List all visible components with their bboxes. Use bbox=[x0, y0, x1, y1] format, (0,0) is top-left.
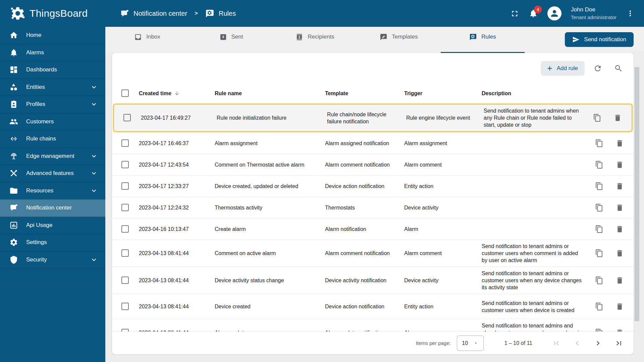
trash-icon bbox=[615, 249, 624, 257]
row-checkbox[interactable] bbox=[121, 329, 129, 332]
delete-rule-button[interactable] bbox=[615, 249, 624, 257]
cell-description bbox=[482, 205, 588, 210]
sidebar-item-edge-management[interactable]: Edge management bbox=[0, 148, 105, 165]
table-row[interactable]: 2023-04-16 10:13:47 Create alarm Alarm n… bbox=[112, 219, 634, 240]
cell-rule-name: Device activity status change bbox=[215, 278, 325, 284]
table-row[interactable]: 2023-04-13 08:41:44 Device created Devic… bbox=[112, 294, 634, 319]
cell-template: Device activity notification bbox=[325, 277, 404, 284]
copy-icon bbox=[595, 203, 603, 212]
sidebar-item-alarms[interactable]: Alarms bbox=[0, 44, 105, 62]
tab-label: Sent bbox=[231, 34, 243, 40]
copy-rule-button[interactable] bbox=[595, 328, 603, 331]
sidebar-item-profiles[interactable]: Profiles bbox=[0, 96, 105, 113]
sidebar-item-settings[interactable]: Settings bbox=[0, 234, 105, 251]
sidebar-item-label: Settings bbox=[26, 239, 47, 246]
delete-rule-button[interactable] bbox=[615, 328, 624, 331]
first-page-button[interactable] bbox=[552, 339, 561, 348]
notifications-button[interactable]: 4 bbox=[529, 9, 538, 18]
sidebar-item-advanced-features[interactable]: Advanced features bbox=[0, 165, 105, 182]
chevron-left-icon bbox=[573, 339, 582, 348]
copy-rule-button[interactable] bbox=[593, 114, 601, 122]
table-row[interactable]: 2023-04-13 08:41:44 Comment on active al… bbox=[112, 240, 634, 267]
tab-inbox[interactable]: Inbox bbox=[105, 27, 189, 47]
copy-rule-button[interactable] bbox=[595, 249, 603, 257]
delete-rule-button[interactable] bbox=[615, 276, 624, 285]
tab-label: Recipients bbox=[308, 34, 334, 40]
vertical-scrollbar[interactable] bbox=[635, 67, 639, 321]
page-size-select[interactable]: 10 bbox=[457, 336, 484, 351]
sidebar-item-entities[interactable]: Entities bbox=[0, 79, 105, 96]
sidebar-item-api-usage[interactable]: Api Usage bbox=[0, 217, 105, 234]
tab-templates[interactable]: Templates bbox=[357, 27, 441, 47]
row-checkbox[interactable] bbox=[121, 204, 129, 211]
previous-page-button[interactable] bbox=[573, 339, 582, 348]
table-row[interactable]: 2023-04-17 12:33:27 Device created, upda… bbox=[112, 176, 634, 197]
row-checkbox[interactable] bbox=[121, 277, 129, 284]
row-checkbox[interactable] bbox=[123, 114, 131, 121]
send-notification-button[interactable]: Send notification bbox=[565, 32, 634, 47]
search-button[interactable] bbox=[611, 61, 626, 76]
row-checkbox[interactable] bbox=[121, 303, 129, 310]
table-row[interactable]: 2023-04-17 16:46:37 Alarm assignment Ala… bbox=[112, 133, 634, 154]
inbox-icon bbox=[134, 33, 142, 41]
row-checkbox[interactable] bbox=[121, 161, 129, 168]
sidebar-item-label: Profiles bbox=[26, 101, 45, 108]
copy-rule-button[interactable] bbox=[595, 161, 603, 169]
table-row[interactable]: 2023-04-13 08:41:44 Alarm update Alarm u… bbox=[112, 319, 634, 331]
row-checkbox[interactable] bbox=[121, 182, 129, 190]
table-row[interactable]: 2023-04-17 12:24:32 Thermostats activity… bbox=[112, 197, 634, 219]
sidebar-item-resources[interactable]: Resources bbox=[0, 182, 105, 200]
fullscreen-button[interactable] bbox=[510, 9, 519, 18]
row-checkbox[interactable] bbox=[121, 139, 129, 147]
cell-trigger: Alarm comment bbox=[404, 250, 482, 256]
more-menu-button[interactable] bbox=[626, 9, 635, 18]
delete-rule-button[interactable] bbox=[613, 114, 622, 122]
table-row[interactable]: 2023-04-17 12:43:54 Comment on Thermosta… bbox=[112, 154, 634, 176]
cell-trigger: Alarm assignment bbox=[404, 140, 482, 146]
sort-created-time[interactable]: Created time bbox=[139, 90, 215, 97]
breadcrumb-rules[interactable]: Rules bbox=[205, 9, 236, 18]
copy-rule-button[interactable] bbox=[595, 139, 603, 147]
kebab-menu-icon bbox=[626, 9, 635, 18]
delete-rule-button[interactable] bbox=[615, 203, 624, 212]
dropdown-caret-icon bbox=[473, 341, 478, 346]
cell-description bbox=[482, 141, 588, 146]
last-page-button[interactable] bbox=[614, 339, 624, 348]
sidebar-item-rule-chains[interactable]: Rule chains bbox=[0, 130, 105, 148]
user-avatar[interactable] bbox=[547, 6, 561, 20]
copy-rule-button[interactable] bbox=[595, 276, 603, 285]
sidebar-item-home[interactable]: Home bbox=[0, 27, 105, 44]
chevron-down-icon bbox=[90, 169, 98, 177]
tab-rules[interactable]: Rules bbox=[441, 27, 525, 47]
select-all-checkbox[interactable] bbox=[121, 89, 129, 97]
table-row[interactable]: 2023-04-17 16:49:27 Rule node initializa… bbox=[113, 104, 633, 132]
brand-logo[interactable]: ThingsBoard bbox=[0, 6, 105, 21]
sidebar-item-security[interactable]: Security bbox=[0, 251, 105, 269]
sidebar-item-customers[interactable]: Customers bbox=[0, 113, 105, 131]
copy-rule-button[interactable] bbox=[595, 302, 603, 311]
first-page-icon bbox=[552, 339, 561, 348]
trash-icon bbox=[615, 139, 624, 147]
copy-icon bbox=[595, 249, 603, 257]
delete-rule-button[interactable] bbox=[615, 182, 624, 190]
copy-rule-button[interactable] bbox=[595, 203, 603, 212]
delete-rule-button[interactable] bbox=[615, 302, 624, 311]
sidebar-item-notification-center[interactable]: Notification center bbox=[0, 199, 105, 217]
delete-rule-button[interactable] bbox=[615, 139, 624, 147]
send-notification-label: Send notification bbox=[584, 36, 626, 43]
breadcrumb-notification-center[interactable]: Notification center bbox=[120, 9, 187, 18]
gear-icon bbox=[9, 238, 18, 247]
delete-rule-button[interactable] bbox=[615, 161, 624, 169]
copy-rule-button[interactable] bbox=[595, 182, 603, 190]
tab-recipients[interactable]: Recipients bbox=[273, 27, 357, 47]
tab-sent[interactable]: Sent bbox=[189, 27, 273, 47]
sidebar-item-dashboards[interactable]: Dashboards bbox=[0, 61, 105, 79]
delete-rule-button[interactable] bbox=[615, 225, 624, 233]
refresh-button[interactable] bbox=[590, 61, 605, 76]
row-checkbox[interactable] bbox=[121, 225, 129, 233]
add-rule-button[interactable]: Add rule bbox=[541, 61, 585, 76]
next-page-button[interactable] bbox=[593, 339, 603, 348]
row-checkbox[interactable] bbox=[121, 249, 129, 257]
copy-rule-button[interactable] bbox=[595, 225, 603, 233]
table-row[interactable]: 2023-04-13 08:41:44 Device activity stat… bbox=[112, 267, 634, 294]
